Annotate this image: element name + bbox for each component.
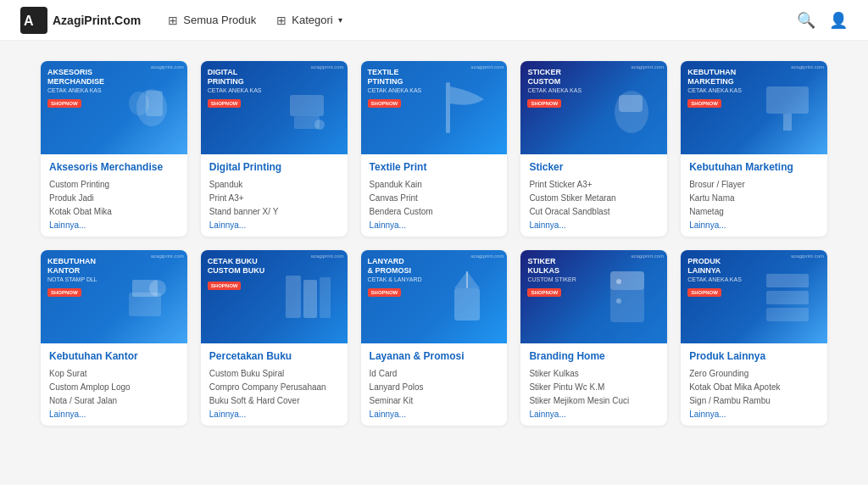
card-badge: SHOPNOW bbox=[527, 99, 561, 108]
product-card-body: Branding Home Stiker KulkasStiker Pintu … bbox=[520, 343, 667, 426]
card-label: STIKER bbox=[527, 257, 576, 266]
product-card-body: Textile Print Spanduk KainCanvas PrintBe… bbox=[361, 154, 508, 237]
product-card-percetakan-buku: CETAK BUKU CUSTOM BUKU SHOPNOW azagiprin… bbox=[201, 250, 348, 426]
product-card-title-textile-print[interactable]: Textile Print bbox=[370, 161, 499, 173]
svg-rect-16 bbox=[286, 276, 301, 318]
product-card-more-kebutuhan-kantor[interactable]: Lainnya... bbox=[49, 410, 179, 419]
svg-rect-8 bbox=[446, 82, 450, 133]
product-item: Custom Stiker Metaran bbox=[529, 192, 659, 205]
product-card-textile-print: TEXTILE PTINTING CETAK ANEKA KAS SHOPNOW… bbox=[361, 61, 508, 237]
product-card-more-digital-printing[interactable]: Lainnya... bbox=[209, 220, 339, 230]
product-card-more-percetakan-buku[interactable]: Lainnya... bbox=[209, 410, 339, 419]
card-label2: LAINNYA bbox=[687, 266, 742, 276]
svg-rect-12 bbox=[783, 114, 792, 131]
product-item: Stiker Mejikom Mesin Cuci bbox=[529, 394, 659, 408]
svg-point-15 bbox=[149, 280, 166, 297]
product-item: Custom Buku Spiral bbox=[209, 367, 339, 381]
product-card-more-branding-home[interactable]: Lainnya... bbox=[529, 410, 659, 419]
card-visual bbox=[591, 250, 664, 343]
card-text-block: AKSESORIS MERCHANDISE CETAK ANEKA KAS SH… bbox=[47, 68, 104, 109]
nav-kategori[interactable]: ⊞ Kategori ▾ bbox=[276, 14, 342, 27]
nav-semua-produk[interactable]: ⊞ Semua Produk bbox=[168, 14, 256, 27]
product-item: Print Sticker A3+ bbox=[529, 178, 659, 192]
product-card-body: Kebutuhan Kantor Kop SuratCustom Amplop … bbox=[41, 343, 187, 426]
card-label2: CUSTOM BUKU bbox=[208, 266, 264, 276]
product-card-image-produk-lainnya: PRODUK LAINNYA CETAK ANEKA KAS SHOPNOW a… bbox=[681, 250, 827, 343]
product-item: Custom Printing bbox=[49, 178, 179, 192]
watermark: azagiprint.com bbox=[151, 64, 184, 70]
card-text-block: PRODUK LAINNYA CETAK ANEKA KAS SHOPNOW bbox=[687, 257, 742, 298]
card-label2: KANTOR bbox=[47, 266, 97, 276]
product-item: Kotak Obat Mika Apotek bbox=[689, 381, 819, 394]
watermark: azagiprint.com bbox=[151, 254, 184, 259]
product-card-more-layanan-promosi[interactable]: Lainnya... bbox=[370, 410, 499, 419]
product-card-title-percetakan-buku[interactable]: Percetakan Buku bbox=[209, 350, 339, 362]
card-visual bbox=[431, 250, 504, 343]
svg-rect-25 bbox=[766, 274, 809, 287]
product-card-kebutuhan-marketing: KEBUTUHAN MARKETING CETAK ANEKA KAS SHOP… bbox=[681, 61, 827, 237]
product-card-title-kebutuhan-kantor[interactable]: Kebutuhan Kantor bbox=[49, 350, 179, 362]
product-card-title-layanan-promosi[interactable]: Layanan & Promosi bbox=[370, 350, 499, 362]
product-item: Lanyard Polos bbox=[370, 381, 499, 394]
svg-rect-5 bbox=[290, 95, 324, 116]
product-card-sticker: STICKER CUSTOM CETAK ANEKA KAS SHOPNOW a… bbox=[520, 61, 667, 237]
product-card-title-produk-lainnya[interactable]: Produk Lainnya bbox=[689, 350, 819, 362]
logo-icon: A bbox=[20, 7, 47, 34]
product-card-branding-home: STIKER KULKAS CUSTOM STIKER SHOPNOW azag… bbox=[520, 250, 667, 426]
product-item: Stiker Kulkas bbox=[529, 367, 659, 381]
product-item: Zero Grounding bbox=[689, 367, 819, 381]
product-item: Stiker Pintu Wc K.M bbox=[529, 381, 659, 394]
card-badge: SHOPNOW bbox=[47, 99, 81, 108]
product-item: Canvas Print bbox=[370, 192, 499, 205]
user-button[interactable]: 👤 bbox=[829, 11, 848, 30]
card-label: TEXTILE bbox=[368, 68, 422, 77]
product-card-more-kebutuhan-marketing[interactable]: Lainnya... bbox=[689, 220, 819, 230]
card-sublabel: CETAK & LANYARD bbox=[368, 276, 422, 282]
search-button[interactable]: 🔍 bbox=[797, 11, 815, 30]
card-text-block: CETAK BUKU CUSTOM BUKU SHOPNOW bbox=[208, 257, 264, 291]
product-card-more-textile-print[interactable]: Lainnya... bbox=[370, 220, 499, 230]
product-card-body: Kebutuhan Marketing Brosur / FlayerKartu… bbox=[681, 154, 827, 237]
card-badge: SHOPNOW bbox=[208, 99, 242, 108]
product-card-digital-printing: DIGITAL PRINTING CETAK ANEKA KAS SHOPNOW… bbox=[201, 61, 348, 237]
svg-rect-10 bbox=[619, 95, 643, 112]
card-sublabel: CETAK ANEKA KAS bbox=[687, 87, 742, 93]
product-card-more-sticker[interactable]: Lainnya... bbox=[529, 220, 659, 230]
product-card-body: Sticker Print Sticker A3+Custom Stiker M… bbox=[520, 154, 667, 237]
product-item: Brosur / Flayer bbox=[689, 178, 819, 192]
product-card-body: Percetakan Buku Custom Buku SpiralCompro… bbox=[201, 343, 348, 426]
product-card-kebutuhan-kantor: KEBUTUHAN KANTOR NOTA STAMP DLL SHOPNOW … bbox=[41, 250, 187, 426]
svg-rect-11 bbox=[766, 86, 809, 114]
product-card-more-produk-lainnya[interactable]: Lainnya... bbox=[689, 410, 819, 419]
watermark: azagiprint.com bbox=[631, 254, 664, 259]
svg-point-23 bbox=[616, 279, 621, 284]
logo-text: AzagiPrint.Com bbox=[53, 14, 141, 27]
product-card-more-aksesoris-merchandise[interactable]: Lainnya... bbox=[49, 220, 179, 230]
product-card-body: Aksesoris Merchandise Custom PrintingPro… bbox=[41, 154, 187, 237]
product-card-title-digital-printing[interactable]: Digital Printing bbox=[209, 161, 339, 173]
product-item: Spanduk bbox=[209, 178, 339, 192]
card-sublabel: CETAK ANEKA KAS bbox=[687, 276, 742, 282]
product-item: Seminar Kit bbox=[370, 394, 499, 408]
card-badge: SHOPNOW bbox=[527, 288, 561, 297]
main-content: AKSESORIS MERCHANDISE CETAK ANEKA KAS SH… bbox=[0, 41, 868, 485]
watermark: azagiprint.com bbox=[311, 64, 344, 70]
card-sublabel: CUSTOM STIKER bbox=[527, 276, 576, 282]
products-grid: AKSESORIS MERCHANDISE CETAK ANEKA KAS SH… bbox=[41, 61, 827, 426]
watermark: azagiprint.com bbox=[470, 254, 504, 259]
svg-point-7 bbox=[314, 120, 325, 130]
product-item: Buku Soft & Hard Cover bbox=[209, 394, 339, 408]
product-card-title-sticker[interactable]: Sticker bbox=[529, 161, 659, 173]
card-label: LANYARD bbox=[368, 257, 422, 266]
watermark: azagiprint.com bbox=[631, 64, 664, 70]
card-label2: CUSTOM bbox=[527, 77, 581, 86]
card-label: KEBUTUHAN bbox=[47, 257, 97, 266]
product-item: Cut Oracal Sandblast bbox=[529, 205, 659, 219]
logo[interactable]: A AzagiPrint.Com bbox=[20, 7, 141, 34]
product-card-title-aksesoris-merchandise[interactable]: Aksesoris Merchandise bbox=[49, 161, 179, 173]
product-card-title-branding-home[interactable]: Branding Home bbox=[529, 350, 659, 362]
card-visual bbox=[110, 250, 183, 343]
product-item: Bendera Custom bbox=[370, 205, 499, 219]
card-sublabel: NOTA STAMP DLL bbox=[47, 276, 97, 282]
product-card-title-kebutuhan-marketing[interactable]: Kebutuhan Marketing bbox=[689, 161, 819, 173]
